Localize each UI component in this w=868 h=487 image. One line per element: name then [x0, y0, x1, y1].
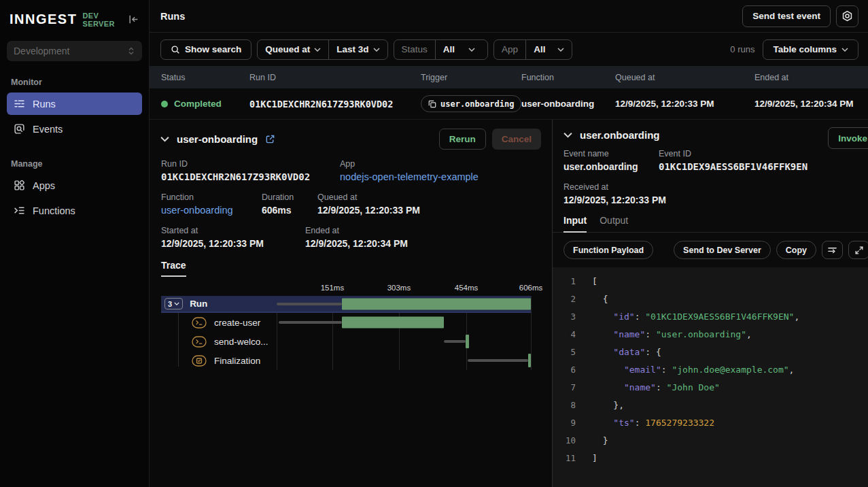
chevron-down-icon	[557, 48, 564, 52]
code-line: 7 "name": "John Doe"	[553, 379, 868, 397]
finalization-icon	[192, 355, 207, 367]
payload-tabs: Input Output	[553, 215, 868, 233]
logo-row: INNGEST DEV SERVER	[0, 0, 149, 38]
sidebar: INNGEST DEV SERVER Development Monitor R…	[0, 0, 150, 487]
payload-code-editor[interactable]: 1[2 {3 "id": "01KC1DEX9AESS6BF1V46FFK9EN…	[553, 267, 868, 487]
expand-button[interactable]	[848, 241, 868, 259]
send-to-dev-server-button[interactable]: Send to Dev Server	[674, 241, 771, 259]
app-filter-dropdown[interactable]: All	[525, 40, 572, 59]
time-filter: Queued at Last 3d	[257, 39, 387, 60]
line-number: 9	[553, 414, 576, 432]
step-terminal-icon	[192, 336, 207, 348]
code-line: 2 {	[553, 290, 868, 308]
inngest-logo: INNGEST	[10, 12, 77, 27]
trace-tick-label: 151ms	[321, 284, 345, 292]
cancel-button[interactable]: Cancel	[492, 129, 541, 150]
events-icon	[14, 123, 25, 135]
function-payload-button[interactable]: Function Payload	[563, 241, 653, 259]
started-at-label: Started at	[161, 226, 305, 235]
chevron-down-icon	[841, 48, 848, 52]
table-row[interactable]: Completed 01KC1DEXCHR2N617Z93RK0VD02 use…	[150, 88, 868, 120]
collapse-sidebar-icon[interactable]	[128, 14, 139, 25]
app-filter-label: App	[494, 40, 525, 59]
trace-waterfall: 151ms303ms454ms606ms 3Runcreate-usersend…	[161, 282, 531, 370]
sidebar-item-functions[interactable]: Functions	[7, 199, 142, 222]
trace-row-label: Run	[190, 299, 207, 309]
app-link[interactable]: nodejs-open-telemetry-example	[340, 171, 479, 182]
selector-icon	[127, 46, 135, 56]
trace-duration-bar	[466, 335, 469, 348]
time-range-dropdown[interactable]: Last 3d	[328, 40, 387, 59]
code-line: 6 "email": "john.doe@example.com",	[553, 361, 868, 379]
sidebar-item-label: Functions	[33, 205, 75, 216]
send-test-event-button[interactable]: Send test event	[742, 5, 831, 27]
trigger-pill[interactable]: user.onboarding	[421, 95, 521, 112]
line-number: 10	[553, 432, 576, 450]
app-filter: App All	[493, 39, 572, 60]
trace-tick-label: 303ms	[387, 284, 411, 292]
event-name-value: user.onboarding	[563, 161, 659, 172]
time-field-dropdown[interactable]: Queued at	[258, 40, 328, 59]
code-line: 8 },	[553, 397, 868, 414]
app-root: INNGEST DEV SERVER Development Monitor R…	[0, 0, 868, 487]
tab-trace[interactable]: Trace	[161, 260, 186, 277]
code-line: 3 "id": "01KC1DEX9AESS6BF1V46FFK9EN",	[553, 308, 868, 326]
environment-select[interactable]: Development	[7, 41, 142, 61]
column-header-queued-at: Queued at	[615, 73, 754, 82]
run-id-cell: 01KC1DEXCHR2N617Z93RK0VD02	[249, 99, 393, 110]
line-number: 3	[553, 308, 576, 326]
trace-duration-bar	[528, 354, 531, 367]
status-completed-dot	[161, 101, 168, 107]
sidebar-item-label: Events	[33, 124, 63, 135]
trace-timeline-ticks: 151ms303ms454ms606ms	[277, 282, 531, 296]
show-search-button[interactable]: Show search	[160, 39, 251, 60]
invoke-button[interactable]: Invoke	[828, 127, 868, 149]
run-title: user-onboarding	[177, 133, 258, 145]
event-name-label: Event name	[563, 149, 659, 158]
function-cell: user-onboarding	[521, 99, 615, 109]
search-icon	[171, 45, 180, 54]
sidebar-item-apps[interactable]: Apps	[7, 174, 142, 197]
table-columns-button[interactable]: Table columns	[763, 39, 858, 60]
status-filter-label: Status	[394, 40, 435, 59]
trace-expand-badge[interactable]: 3	[164, 298, 183, 309]
run-details-panel: user-onboarding Rerun Cancel Run ID 01KC…	[150, 120, 553, 487]
environment-select-value: Development	[14, 46, 70, 56]
code-line: 10 }	[553, 432, 868, 450]
trace-tick-label: 454ms	[455, 284, 479, 292]
collapse-run-details-icon[interactable]	[160, 136, 169, 142]
line-number: 8	[553, 397, 576, 414]
trace-row-run[interactable]: 3Run	[161, 296, 531, 313]
rerun-button[interactable]: Rerun	[439, 129, 486, 150]
sidebar-section-manage: Manage	[11, 159, 138, 169]
function-link[interactable]: user-onboarding	[161, 205, 262, 216]
line-number: 7	[553, 379, 576, 397]
status-filter-dropdown[interactable]: All	[435, 40, 487, 59]
column-header-function: Function	[521, 73, 615, 82]
event-details-panel: user.onboarding Invoke Event name user.o…	[553, 120, 868, 487]
trace-gridline	[531, 296, 532, 370]
external-link-icon[interactable]	[265, 134, 275, 144]
copy-button[interactable]: Copy	[776, 241, 816, 259]
word-wrap-button[interactable]	[822, 241, 843, 259]
queued-at-label: Queued at	[317, 192, 420, 202]
queued-at-value: 12/9/2025, 12:20:33 PM	[317, 205, 420, 216]
trace-row-create-user[interactable]: create-user	[161, 313, 531, 332]
tab-output[interactable]: Output	[600, 215, 628, 232]
trace-row-send-welco-[interactable]: send-welco...	[161, 332, 531, 351]
code-line: 5 "data": {	[553, 343, 868, 361]
duration-value: 606ms	[262, 205, 317, 216]
settings-button[interactable]	[836, 5, 858, 27]
code-line: 1[	[553, 273, 868, 290]
trace-queue-bar	[277, 303, 342, 305]
event-id-value: 01KC1DEX9AESS6BF1V46FFK9EN	[659, 161, 808, 172]
trace-row-label: Finalization	[214, 356, 260, 366]
sidebar-item-runs[interactable]: Runs	[7, 93, 142, 115]
collapse-event-details-icon[interactable]	[563, 132, 572, 138]
tab-input[interactable]: Input	[563, 215, 587, 233]
function-label: Function	[161, 192, 262, 202]
trace-row-label: send-welco...	[214, 337, 268, 347]
sidebar-item-events[interactable]: Events	[7, 118, 142, 140]
column-header-trigger: Trigger	[421, 73, 521, 82]
trace-row-finalization[interactable]: Finalization	[161, 351, 531, 370]
